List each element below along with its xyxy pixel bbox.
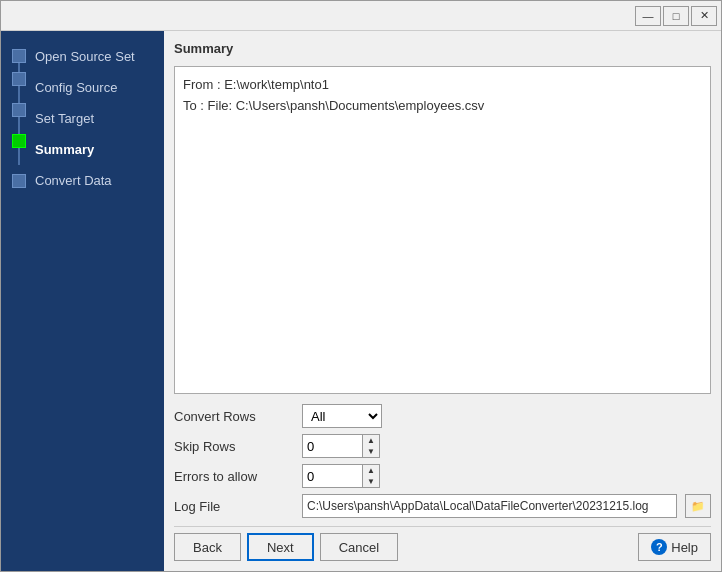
errors-down[interactable]: ▼: [363, 476, 379, 487]
help-label: Help: [671, 540, 698, 555]
content-area: Summary From : E:\work\temp\nto1 To : Fi…: [164, 31, 721, 571]
step-indicator-4: [12, 134, 26, 148]
form-section: Convert Rows All First N Custom Skip Row…: [174, 404, 711, 518]
errors-label: Errors to allow: [174, 469, 294, 484]
maximize-button[interactable]: □: [663, 6, 689, 26]
help-icon: ?: [651, 539, 667, 555]
sidebar-label-config-source: Config Source: [35, 72, 117, 103]
section-title: Summary: [174, 41, 711, 60]
log-file-row: Log File 📁: [174, 494, 711, 518]
window-controls: — □ ✕: [635, 6, 717, 26]
step-line-3: [18, 117, 20, 134]
footer-left: Back Next Cancel: [174, 533, 398, 561]
skip-rows-label: Skip Rows: [174, 439, 294, 454]
help-button[interactable]: ? Help: [638, 533, 711, 561]
log-file-browse-button[interactable]: 📁: [685, 494, 711, 518]
skip-rows-spinner: ▲ ▼: [302, 434, 380, 458]
footer: Back Next Cancel ? Help: [174, 526, 711, 561]
step-line-2: [18, 86, 20, 103]
sidebar-label-summary: Summary: [35, 134, 94, 165]
step-connector-3: [11, 103, 27, 134]
convert-rows-control: All First N Custom: [302, 404, 382, 428]
close-button[interactable]: ✕: [691, 6, 717, 26]
step-indicator-2: [12, 72, 26, 86]
folder-icon: 📁: [691, 500, 705, 513]
skip-rows-control: ▲ ▼: [302, 434, 380, 458]
log-file-input[interactable]: [302, 494, 677, 518]
errors-input[interactable]: [302, 464, 362, 488]
title-bar: — □ ✕: [1, 1, 721, 31]
sidebar-label-convert-data: Convert Data: [35, 165, 112, 196]
sidebar-item-summary[interactable]: Summary: [1, 134, 164, 165]
sidebar-item-convert-data[interactable]: Convert Data: [1, 165, 164, 196]
convert-rows-label: Convert Rows: [174, 409, 294, 424]
convert-rows-select[interactable]: All First N Custom: [302, 404, 382, 428]
summary-to: To : File: C:\Users\pansh\Documents\empl…: [183, 96, 702, 117]
step-indicator-3: [12, 103, 26, 117]
step-connector-1: [11, 41, 27, 72]
cancel-button[interactable]: Cancel: [320, 533, 398, 561]
step-indicator-5: [12, 174, 26, 188]
errors-row: Errors to allow ▲ ▼: [174, 464, 711, 488]
errors-spinner: ▲ ▼: [302, 464, 380, 488]
footer-right: ? Help: [638, 533, 711, 561]
errors-buttons: ▲ ▼: [362, 464, 380, 488]
sidebar-item-set-target[interactable]: Set Target: [1, 103, 164, 134]
back-button[interactable]: Back: [174, 533, 241, 561]
minimize-button[interactable]: —: [635, 6, 661, 26]
skip-rows-row: Skip Rows ▲ ▼: [174, 434, 711, 458]
sidebar-label-set-target: Set Target: [35, 103, 94, 134]
log-file-label: Log File: [174, 499, 294, 514]
step-connector-4: [11, 134, 27, 165]
skip-rows-down[interactable]: ▼: [363, 446, 379, 457]
step-line-1: [18, 63, 20, 72]
step-connector-5: [11, 165, 27, 196]
sidebar-label-open-source-set: Open Source Set: [35, 41, 135, 72]
errors-up[interactable]: ▲: [363, 465, 379, 476]
sidebar-item-open-source-set[interactable]: Open Source Set: [1, 41, 164, 72]
main-window: — □ ✕ Open Source Set: [0, 0, 722, 572]
skip-rows-input[interactable]: [302, 434, 362, 458]
summary-box: From : E:\work\temp\nto1 To : File: C:\U…: [174, 66, 711, 394]
step-indicator-1: [12, 49, 26, 63]
sidebar-nav: Open Source Set Config Source: [1, 41, 164, 196]
errors-control: ▲ ▼: [302, 464, 380, 488]
step-connector-2: [11, 72, 27, 103]
next-button[interactable]: Next: [247, 533, 314, 561]
convert-rows-row: Convert Rows All First N Custom: [174, 404, 711, 428]
skip-rows-up[interactable]: ▲: [363, 435, 379, 446]
skip-rows-buttons: ▲ ▼: [362, 434, 380, 458]
summary-from: From : E:\work\temp\nto1: [183, 75, 702, 96]
sidebar-item-config-source[interactable]: Config Source: [1, 72, 164, 103]
main-content: Open Source Set Config Source: [1, 31, 721, 571]
sidebar: Open Source Set Config Source: [1, 31, 164, 571]
step-line-4: [18, 148, 20, 165]
